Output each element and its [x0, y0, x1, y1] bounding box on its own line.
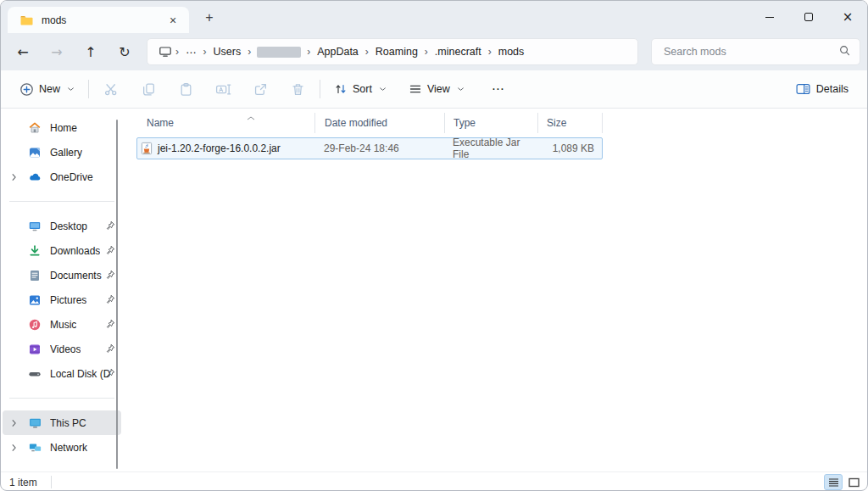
breadcrumb-chevron: ›: [364, 46, 370, 58]
sort-icon: [334, 82, 348, 96]
new-tab-button[interactable]: +: [201, 9, 218, 26]
sidebar-item-music[interactable]: Music: [3, 312, 121, 337]
sidebar-scrollbar[interactable]: [116, 120, 118, 469]
sidebar-item-label: Local Disk (D:: [50, 368, 111, 380]
column-header-size[interactable]: Size: [537, 113, 603, 133]
new-button[interactable]: New: [13, 77, 81, 102]
this-pc-monitor-icon: [27, 416, 42, 430]
breadcrumb-mods[interactable]: mods: [492, 43, 531, 60]
chevron-down-icon: [457, 86, 465, 92]
explorer-tab[interactable]: mods ×: [8, 7, 189, 33]
sidebar-item-onedrive[interactable]: OneDrive: [3, 165, 121, 189]
column-header-name[interactable]: Name: [136, 113, 314, 133]
command-toolbar: New Sort View: [1, 70, 867, 109]
sidebar-item-label: This PC: [50, 417, 86, 429]
trash-icon: [291, 82, 305, 97]
pin-icon: [105, 220, 115, 233]
sidebar-item-label: Network: [50, 442, 87, 454]
music-icon: [27, 318, 42, 332]
back-button[interactable]: ←: [6, 38, 40, 65]
navigation-pane: Home Gallery OneDrive Desktop: [1, 109, 126, 471]
details-panel-icon: [795, 82, 811, 96]
sidebar-item-documents[interactable]: Documents: [3, 263, 121, 287]
breadcrumb-minecraft[interactable]: .minecraft: [429, 43, 487, 60]
scissors-icon: [103, 82, 119, 97]
column-header-type[interactable]: Type: [444, 113, 537, 133]
copy-button[interactable]: [133, 75, 164, 103]
sidebar-item-pictures[interactable]: Pictures: [3, 287, 121, 312]
documents-icon: [27, 269, 42, 282]
details-view-button[interactable]: [824, 474, 843, 490]
folder-icon: [19, 14, 33, 27]
close-button[interactable]: ×: [828, 1, 867, 33]
large-icons-view-icon: [849, 477, 860, 488]
status-divider: [51, 476, 52, 488]
breadcrumb-appdata[interactable]: AppData: [311, 43, 364, 60]
plus-circle-icon: [19, 82, 34, 97]
this-pc-icon[interactable]: [158, 45, 173, 59]
redacted-username: [257, 47, 301, 58]
network-icon: [27, 441, 42, 455]
search-input[interactable]: [664, 46, 838, 58]
minimize-button[interactable]: [750, 1, 789, 33]
address-bar[interactable]: › ⋯ › Users › › AppData › Roaming › .min…: [147, 38, 638, 65]
chevron-right-icon[interactable]: [6, 173, 21, 181]
sidebar-item-home[interactable]: Home: [3, 115, 121, 140]
more-options-button[interactable]: ⋯: [483, 81, 514, 97]
refresh-button[interactable]: ↻: [108, 38, 142, 65]
details-view-icon: [828, 477, 839, 488]
search-icon: [838, 44, 851, 59]
sidebar-item-local-disk-d[interactable]: Local Disk (D:: [3, 361, 121, 386]
tab-close-icon[interactable]: ×: [164, 11, 182, 30]
sidebar-item-label: Pictures: [50, 294, 86, 306]
minimize-icon: [765, 17, 774, 18]
tab-title: mods: [42, 14, 164, 26]
delete-button[interactable]: [282, 75, 313, 103]
sidebar-item-label: Desktop: [50, 220, 87, 232]
file-size-cell: 1,089 KB: [537, 142, 602, 154]
toolbar-divider: [320, 80, 320, 98]
column-header-date-modified[interactable]: Date modified: [314, 113, 444, 133]
up-button[interactable]: ↑: [74, 38, 108, 65]
chevron-down-icon: [67, 86, 75, 92]
pin-icon: [105, 343, 115, 356]
cut-button[interactable]: [96, 75, 126, 103]
file-row-selected[interactable]: jei-1.20.2-forge-16.0.0.2.jar 29-Feb-24 …: [136, 137, 603, 159]
details-button-label: Details: [816, 83, 849, 95]
paste-button[interactable]: [170, 75, 201, 103]
sidebar-item-label: Documents: [50, 270, 102, 282]
chevron-right-icon[interactable]: [6, 419, 21, 427]
share-button[interactable]: [245, 75, 275, 103]
breadcrumb-overflow[interactable]: ⋯: [180, 43, 203, 61]
large-icons-view-button[interactable]: [844, 474, 863, 490]
search-box[interactable]: [651, 38, 860, 65]
maximize-button[interactable]: [789, 1, 828, 33]
navigation-bar: ← → ↑ ↻ › ⋯ › Users › › AppData › Roamin…: [1, 33, 867, 70]
sidebar-item-desktop[interactable]: Desktop: [3, 214, 121, 238]
close-icon: ×: [843, 9, 854, 25]
sidebar-item-network[interactable]: Network: [3, 435, 121, 460]
breadcrumb-roaming[interactable]: Roaming: [370, 43, 424, 60]
disk-icon: [27, 367, 42, 381]
details-pane-button[interactable]: Details: [788, 77, 855, 101]
sidebar-item-downloads[interactable]: Downloads: [3, 238, 121, 263]
rename-button[interactable]: [208, 75, 238, 103]
breadcrumb-users[interactable]: Users: [208, 43, 248, 60]
window-titlebar: mods × + ×: [1, 1, 867, 33]
desktop-icon: [27, 220, 42, 233]
sidebar-item-videos[interactable]: Videos: [3, 337, 121, 361]
chevron-right-icon[interactable]: [6, 444, 21, 452]
jar-file-icon: [140, 142, 153, 155]
toolbar-divider: [88, 80, 89, 98]
sidebar-item-label: Downloads: [50, 245, 100, 257]
file-name: jei-1.20.2-forge-16.0.0.2.jar: [158, 142, 281, 154]
sidebar-separator: [9, 398, 114, 399]
view-button[interactable]: View: [402, 77, 471, 101]
sidebar-item-this-pc[interactable]: This PC: [3, 410, 121, 435]
sidebar-item-label: OneDrive: [50, 171, 93, 183]
forward-button[interactable]: →: [40, 38, 74, 65]
sidebar-item-gallery[interactable]: Gallery: [3, 140, 121, 165]
status-bar: 1 item: [1, 471, 867, 491]
sort-button[interactable]: Sort: [327, 77, 393, 101]
breadcrumb-chevron: ›: [424, 46, 429, 58]
